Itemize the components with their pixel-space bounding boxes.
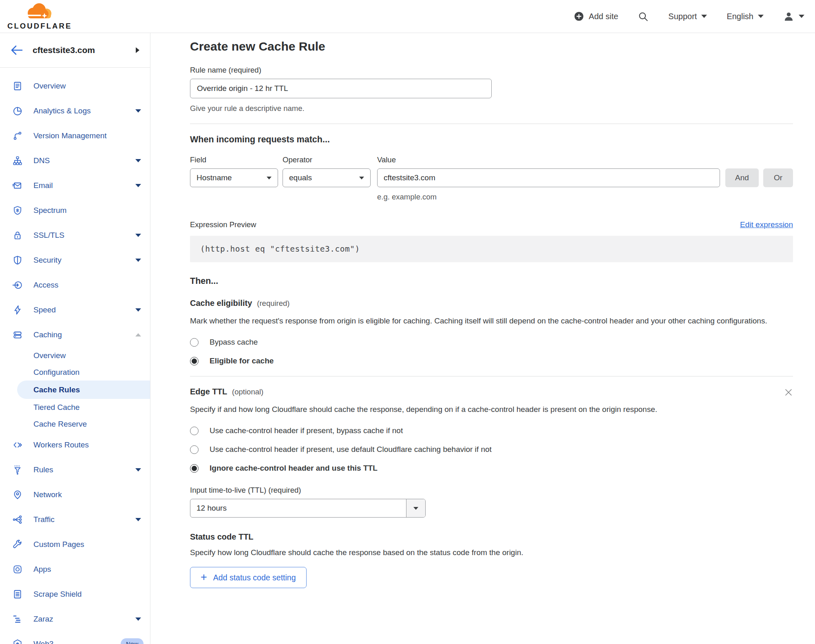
radio-unselected-icon[interactable]: [190, 427, 199, 435]
cache-eligibility-heading: Cache eligibility: [190, 299, 252, 308]
top-header: CLOUDFLARE Add site Support English: [0, 0, 815, 33]
expression-preview-label: Expression Preview: [190, 220, 256, 229]
operator-select[interactable]: equals: [283, 168, 371, 187]
match-row: Hostname equals And Or: [190, 168, 793, 187]
rules-funnel-icon: [12, 465, 23, 475]
sidebar-item-apps[interactable]: Apps: [0, 557, 150, 582]
caret-down-icon: [413, 507, 418, 510]
radio-unselected-icon[interactable]: [190, 338, 199, 347]
email-icon: [12, 180, 23, 191]
sidebar-item-workers-routes[interactable]: Workers Routes: [0, 432, 150, 457]
site-switcher[interactable]: cftestsite3.com: [0, 33, 150, 68]
cloudflare-logo-text: CLOUDFLARE: [7, 22, 71, 31]
language-menu[interactable]: English: [727, 12, 764, 21]
sidebar-item-speed[interactable]: Speed: [0, 297, 150, 322]
workers-routes-icon: [12, 440, 23, 450]
sidebar-item-ssl-tls[interactable]: SSL/TLS: [0, 223, 150, 248]
expression-code: (http.host eq "cftestsite3.com"): [190, 236, 793, 262]
radio-selected-icon[interactable]: [190, 357, 199, 365]
ttl-input-label: Input time-to-live (TTL) (required): [190, 486, 793, 495]
bypass-cache-radio[interactable]: Bypass cache: [190, 338, 793, 347]
field-select[interactable]: Hostname: [190, 168, 278, 187]
radio-selected-icon[interactable]: [190, 464, 199, 473]
version-management-icon: [12, 131, 23, 141]
sidebar-item-analytics-logs[interactable]: Analytics & Logs: [0, 98, 150, 123]
account-menu[interactable]: [783, 11, 804, 22]
analytics-icon: [12, 106, 23, 116]
wrench-icon: [12, 539, 23, 550]
caret-down-icon: [135, 159, 141, 162]
rule-name-input[interactable]: [190, 79, 492, 98]
or-button[interactable]: Or: [763, 168, 793, 187]
sidebar-item-dns[interactable]: DNS: [0, 148, 150, 173]
caret-down-icon: [799, 15, 804, 18]
operator-label: Operator: [283, 155, 377, 164]
speed-bolt-icon: [12, 305, 23, 315]
edge-ttl-description: Specify if and how long Cloudflare shoul…: [190, 402, 663, 416]
sidebar-item-zaraz[interactable]: Zaraz: [0, 606, 150, 631]
plus-icon: +: [201, 572, 207, 583]
new-badge: New: [121, 638, 144, 644]
cloudflare-cloud-icon: [7, 2, 71, 22]
value-helper: e.g. example.com: [377, 193, 793, 201]
sidebar-subitem-tiered-cache[interactable]: Tiered Cache: [0, 399, 150, 416]
edge-ttl-option-3-radio[interactable]: Ignore cache-control header and use this…: [190, 464, 793, 473]
search-button[interactable]: [638, 11, 649, 22]
required-tag: (required): [257, 299, 289, 308]
caret-down-icon: [135, 617, 141, 621]
sidebar-item-network[interactable]: Network: [0, 482, 150, 507]
sidebar-nav: Overview Analytics & Logs Version Manage…: [0, 68, 150, 644]
ttl-dropdown-button[interactable]: [406, 499, 425, 517]
sidebar-item-overview[interactable]: Overview: [0, 73, 150, 98]
overview-icon: [12, 81, 23, 91]
edge-ttl-section: Edge TTL (optional) Specify if and how l…: [190, 387, 793, 588]
sidebar-item-web3[interactable]: Web3 New: [0, 631, 150, 644]
optional-tag: (optional): [232, 387, 263, 396]
sidebar-item-email[interactable]: Email: [0, 173, 150, 198]
search-icon: [638, 11, 649, 22]
close-icon[interactable]: [784, 388, 793, 397]
edit-expression-link[interactable]: Edit expression: [740, 220, 793, 229]
sidebar-item-access[interactable]: Access: [0, 272, 150, 297]
sidebar-item-version-management[interactable]: Version Management: [0, 123, 150, 148]
sidebar-item-security[interactable]: Security: [0, 248, 150, 272]
field-label: Field: [190, 155, 283, 164]
plus-circle-icon: [574, 11, 584, 22]
sidebar-item-traffic[interactable]: Traffic: [0, 507, 150, 532]
sidebar-item-spectrum[interactable]: Spectrum: [0, 198, 150, 223]
cloudflare-logo[interactable]: CLOUDFLARE: [7, 2, 71, 31]
back-arrow-icon[interactable]: [11, 45, 23, 55]
edge-ttl-option-2-radio[interactable]: Use cache-control header if present, use…: [190, 445, 793, 454]
support-menu[interactable]: Support: [668, 12, 707, 21]
security-shield-icon: [12, 255, 23, 266]
sidebar-subitem-cache-reserve[interactable]: Cache Reserve: [0, 416, 150, 432]
add-site-button[interactable]: Add site: [574, 11, 618, 22]
site-name: cftestsite3.com: [33, 45, 126, 55]
ttl-select[interactable]: 12 hours: [190, 499, 426, 518]
sidebar-subitem-configuration[interactable]: Configuration: [0, 364, 150, 381]
sidebar-item-scrape-shield[interactable]: Scrape Shield: [0, 582, 150, 606]
add-status-code-button[interactable]: + Add status code setting: [190, 567, 307, 588]
radio-unselected-icon[interactable]: [190, 445, 199, 454]
edge-ttl-option-1-radio[interactable]: Use cache-control header if present, byp…: [190, 426, 793, 435]
value-input[interactable]: [377, 168, 720, 187]
eligible-for-cache-radio[interactable]: Eligible for cache: [190, 356, 793, 365]
caret-up-icon: [135, 333, 141, 336]
sidebar-item-caching[interactable]: Caching: [0, 322, 150, 347]
then-heading: Then...: [190, 276, 793, 286]
sidebar-item-custom-pages[interactable]: Custom Pages: [0, 532, 150, 557]
edge-ttl-heading: Edge TTL: [190, 387, 227, 396]
caret-down-icon: [135, 468, 141, 471]
rule-name-label: Rule name (required): [190, 66, 793, 75]
divider: [190, 376, 793, 376]
value-label: Value: [377, 155, 396, 164]
sidebar-item-rules[interactable]: Rules: [0, 457, 150, 482]
site-expand-icon[interactable]: [136, 47, 139, 53]
caret-down-icon: [135, 234, 141, 237]
and-button[interactable]: And: [725, 168, 759, 187]
caret-down-icon: [701, 15, 707, 18]
caching-icon: [12, 330, 23, 340]
sidebar-subitem-overview[interactable]: Overview: [0, 347, 150, 364]
caret-down-icon: [135, 184, 141, 187]
sidebar-subitem-cache-rules[interactable]: Cache Rules: [17, 381, 150, 399]
